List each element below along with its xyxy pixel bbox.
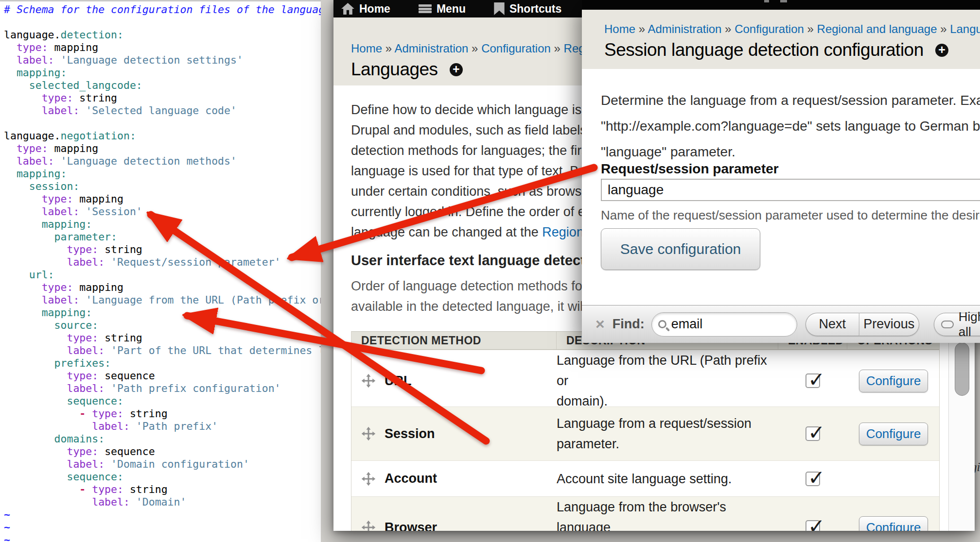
page-title: Languages: [351, 59, 438, 80]
breadcrumb: Home » Administration » Configuration » …: [604, 22, 980, 36]
breadcrumb-link[interactable]: Home: [604, 22, 635, 35]
scrollbar-thumb[interactable]: [955, 342, 969, 396]
parameter-field-label: Request/session parameter: [601, 161, 779, 177]
enabled-checkbox[interactable]: ✓: [805, 520, 820, 531]
shortcuts-icon: [494, 2, 505, 15]
method-description: Account site language setting.: [557, 461, 778, 496]
configure-button[interactable]: Configure: [859, 423, 928, 445]
detection-methods-table: DETECTION METHODDESCRIPTIONENABLEDOPERAT…: [351, 331, 940, 531]
method-name: URL: [385, 373, 412, 389]
find-label: Find:: [612, 317, 645, 332]
checkmark-icon: ✓: [808, 421, 825, 444]
find-previous-button[interactable]: Previous: [859, 313, 919, 336]
home-icon: [341, 3, 354, 15]
close-icon[interactable]: ×: [595, 315, 605, 333]
menu-icon: [419, 3, 432, 14]
find-next-button[interactable]: Next: [805, 313, 859, 336]
find-bar: × Find: email Next Previous Highlight al…: [582, 305, 980, 343]
breadcrumb-link[interactable]: Regional and language: [817, 22, 937, 35]
method-description: Language from the browser's languagesett…: [557, 497, 778, 531]
table-row-browser: Browser Language from the browser's lang…: [351, 496, 939, 531]
toolbar-item-menu[interactable]: Menu: [419, 2, 466, 16]
method-description: Language from a request/sessionparameter…: [557, 407, 778, 460]
toolbar-icon-fragment: [764, 0, 769, 2]
breadcrumb-link[interactable]: Configuration: [481, 42, 551, 55]
breadcrumb-link[interactable]: Administration: [648, 22, 721, 35]
table-row-url: URL Language from the URL (Path prefix o…: [351, 350, 939, 406]
column-header: DETECTION METHOD: [351, 332, 557, 349]
drag-handle-icon[interactable]: [361, 472, 376, 486]
parameter-help-text: Name of the request/session parameter us…: [601, 208, 980, 223]
page-title: Session language detection configuration: [604, 40, 924, 60]
enabled-checkbox[interactable]: ✓: [805, 426, 820, 441]
breadcrumb-link[interactable]: Configuration: [735, 22, 804, 35]
drag-handle-icon[interactable]: [361, 426, 376, 441]
section-heading: User interface text language detection: [351, 253, 606, 269]
method-name: Browser: [385, 520, 437, 531]
session-config-intro: Determine the language from a request/se…: [601, 87, 980, 165]
enabled-checkbox[interactable]: ✓: [805, 472, 820, 486]
breadcrumb-link[interactable]: Home: [351, 42, 382, 55]
vim-code[interactable]: # Schema for the configuration files of …: [0, 1, 321, 542]
toolbar-item-home[interactable]: Home: [341, 2, 390, 16]
session-config-header: Home » Administration » Configuration » …: [582, 10, 980, 69]
configure-button[interactable]: Configure: [859, 370, 928, 392]
parameter-input[interactable]: [601, 179, 980, 201]
toolbar-item-shortcuts[interactable]: Shortcuts: [494, 2, 561, 16]
admin-toolbar-sliver: [582, 0, 980, 10]
table-row-session: Session Language from a request/sessionp…: [351, 406, 939, 460]
drag-handle-icon[interactable]: [361, 373, 376, 388]
method-name: Session: [385, 426, 435, 441]
add-language-icon[interactable]: +: [450, 63, 463, 76]
breadcrumb-link[interactable]: Languages: [950, 22, 980, 35]
search-icon: [658, 320, 666, 328]
drag-handle-icon[interactable]: [361, 520, 376, 531]
checkmark-icon: ✓: [808, 514, 825, 531]
intro-line: "http://example.com?language=de" sets la…: [601, 113, 980, 139]
checkmark-icon: ✓: [808, 368, 825, 391]
session-config-window: Home » Administration » Configuration » …: [582, 0, 980, 343]
find-input[interactable]: email: [651, 312, 797, 337]
add-icon[interactable]: +: [935, 44, 948, 57]
method-name: Account: [385, 471, 437, 486]
vim-editor-window[interactable]: # Schema for the configuration files of …: [0, 0, 321, 542]
table-row-account: Account Account site language setting. ✓: [351, 460, 939, 496]
intro-line: Determine the language from a request/se…: [601, 87, 980, 113]
highlight-label: Highlight all: [959, 309, 980, 339]
highlight-all-button[interactable]: Highlight all: [934, 313, 980, 336]
toolbar-icon-fragment: [780, 0, 787, 2]
enabled-checkbox[interactable]: ✓: [805, 373, 820, 388]
checkmark-icon: ✓: [808, 466, 825, 490]
highlight-toggle-icon: [941, 321, 954, 328]
breadcrumb-link[interactable]: Administration: [394, 42, 468, 55]
configure-button[interactable]: Configure: [859, 516, 928, 531]
find-query[interactable]: email: [671, 317, 703, 332]
method-description: Language from the URL (Path prefix ordom…: [557, 350, 778, 411]
save-configuration-button[interactable]: Save configuration: [601, 228, 760, 270]
table-body: URL Language from the URL (Path prefix o…: [351, 350, 939, 531]
